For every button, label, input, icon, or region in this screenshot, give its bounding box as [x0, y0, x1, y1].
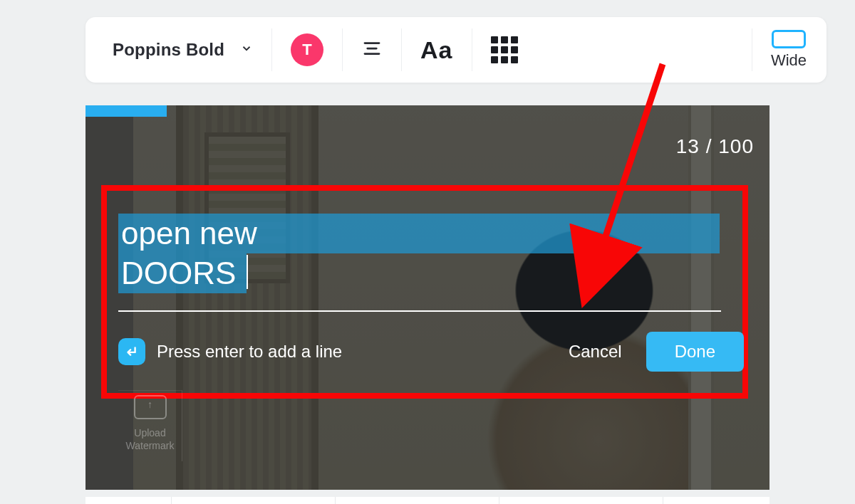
- enter-key-icon: [118, 338, 145, 365]
- helper-text: Press enter to add a line: [157, 342, 342, 362]
- text-color-label: T: [302, 41, 311, 59]
- text-align-button[interactable]: [361, 38, 383, 62]
- align-center-icon: [361, 38, 383, 59]
- wide-rect-icon: [772, 30, 806, 48]
- character-counter: 13 / 100: [676, 135, 754, 158]
- divider: [472, 28, 472, 71]
- text-case-button[interactable]: Aa: [420, 36, 452, 64]
- divider: [271, 28, 272, 71]
- text-color-button[interactable]: T: [291, 33, 323, 66]
- timeline-strip: [86, 497, 770, 504]
- progress-indicator: [86, 105, 167, 117]
- text-input-underline: [118, 310, 721, 312]
- editor-footer: Press enter to add a line Cancel Done: [118, 332, 744, 372]
- text-grid-button[interactable]: [491, 36, 518, 63]
- aspect-ratio-button[interactable]: Wide: [752, 28, 807, 71]
- font-name-label: Poppins Bold: [113, 40, 224, 60]
- text-caret: [247, 255, 248, 289]
- done-button[interactable]: Done: [646, 332, 744, 372]
- cancel-button[interactable]: Cancel: [556, 336, 635, 367]
- aspect-ratio-label: Wide: [771, 51, 807, 70]
- divider: [401, 28, 402, 71]
- text-toolbar: Poppins Bold T Aa Wide: [86, 17, 826, 83]
- caption-text-line[interactable]: open new: [118, 214, 720, 253]
- divider: [342, 28, 343, 71]
- video-canvas: 13 / 100 open new DOORS Press enter to a…: [86, 105, 770, 490]
- caption-text-line[interactable]: DOORS: [118, 253, 247, 293]
- chevron-down-icon: [240, 42, 253, 58]
- font-picker[interactable]: Poppins Bold: [113, 17, 253, 83]
- upload-watermark-button[interactable]: Upload Watermark: [118, 390, 182, 461]
